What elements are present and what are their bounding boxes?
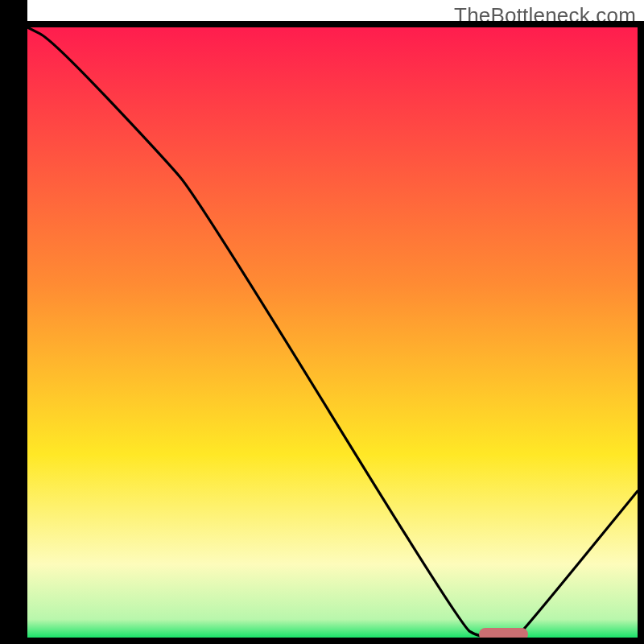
axis-left [0, 0, 27, 644]
chart-svg [27, 27, 638, 638]
chart-stage: TheBottleneck.com [0, 0, 644, 644]
axis-top-edge [27, 21, 644, 27]
axis-bottom [0, 638, 644, 644]
axis-right-edge [638, 27, 644, 644]
plot-area [27, 27, 638, 638]
gradient-background [27, 27, 638, 638]
